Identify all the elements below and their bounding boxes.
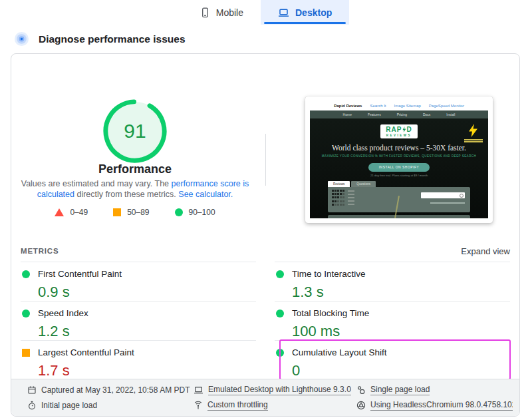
captured-at-label: Captured at May 31, 2022, 10:58 AM PDT <box>41 385 190 395</box>
see-calculator-link[interactable]: See calculator. <box>178 190 233 199</box>
site-logo: RAP D REVIEWS <box>380 124 417 138</box>
page-screenshot-thumbnail: Rapid Reviews Search It Image Sitemap Pa… <box>305 97 493 223</box>
chromium-version: Using HeadlessChromium 98.0.4758.102 wit… <box>356 400 513 411</box>
performance-score-gauge[interactable]: 91 <box>102 99 168 164</box>
good-circle-icon <box>22 310 30 317</box>
metrics-header: METRICS Expand view <box>11 244 519 258</box>
site-trial-text: 21 day free trial. Plans starting at $9 … <box>310 174 488 177</box>
legend-good-label: 90–100 <box>189 208 215 217</box>
review-widget-tabs: Reviews Questions <box>328 181 488 187</box>
metric-name: Time to Interactive <box>292 269 366 279</box>
metric-cumulative-layout-shift: Cumulative Layout Shift 0 <box>275 340 510 383</box>
site-brand: Rapid Reviews <box>334 104 362 108</box>
performance-label: Performance <box>11 162 259 176</box>
site-toplink-1: Search It <box>370 104 386 108</box>
metric-value: 100 ms <box>292 323 510 340</box>
custom-throttling: Custom throttling <box>194 400 356 411</box>
tab-desktop-label: Desktop <box>295 7 332 18</box>
questions-tab: Questions <box>351 181 376 187</box>
average-square-icon <box>22 349 30 357</box>
site-cta-button: INSTALL ON SHOPIFY <box>368 163 430 172</box>
lightning-bolt-icon <box>469 124 477 137</box>
site-toplink-2: Image Sitemap <box>394 104 420 108</box>
legend-good: 90–100 <box>175 208 215 217</box>
metric-name: Cumulative Layout Shift <box>292 347 387 357</box>
score-description: Values are estimated and may vary. The p… <box>19 178 251 200</box>
metric-value: 1.7 s <box>38 362 256 379</box>
emulated-device-label[interactable]: Emulated Desktop with Lighthouse 9.3.0 <box>208 385 351 395</box>
good-circle-icon <box>276 349 284 357</box>
chromium-version-label[interactable]: Using HeadlessChromium 98.0.4758.102 wit… <box>370 400 513 411</box>
metric-name: Total Blocking Time <box>292 308 369 318</box>
good-circle-icon <box>276 270 284 278</box>
metric-name: Largest Contentful Paint <box>38 347 134 357</box>
metric-first-contentful-paint: First Contentful Paint 0.9 s <box>21 262 256 301</box>
rating-bar-row <box>332 204 466 206</box>
screenshot-site: Rapid Reviews Search It Image Sitemap Pa… <box>310 101 488 218</box>
site-nav-features: Features <box>368 112 381 116</box>
good-circle-icon <box>276 310 284 317</box>
logo-text-b: D <box>406 126 412 133</box>
site-nav-pricing: Pricing <box>397 112 407 116</box>
metric-value: 0 <box>292 362 510 379</box>
tab-desktop[interactable]: Desktop <box>261 0 349 25</box>
desc-text-1: Values are estimated and may vary. The <box>21 179 172 188</box>
site-headline: World class product reviews – 5-30X fast… <box>310 144 488 152</box>
captured-at: Captured at May 31, 2022, 10:58 AM PDT <box>27 385 194 395</box>
tab-mobile-label: Mobile <box>216 7 243 18</box>
single-page-load-label[interactable]: Single page load <box>370 385 430 395</box>
metrics-grid: First Contentful Paint 0.9 s Time to Int… <box>11 262 519 383</box>
expand-view-link[interactable]: Expand view <box>461 246 510 256</box>
legend-average-label: 50–89 <box>127 208 149 217</box>
metric-speed-index: Speed Index 1.2 s <box>21 301 256 340</box>
performance-report-card: 91 Performance Values are estimated and … <box>11 53 520 417</box>
review-links <box>430 202 465 204</box>
metric-time-to-interactive: Time to Interactive 1.3 s <box>275 262 510 301</box>
legend-fail: 0–49 <box>55 208 88 217</box>
site-hero: RAP D REVIEWS World class product review… <box>310 118 488 218</box>
bolt-note <box>464 139 483 143</box>
device-tabs: Mobile Desktop <box>0 0 532 25</box>
metrics-section-label: METRICS <box>21 247 59 255</box>
score-divider <box>265 134 266 186</box>
tab-mobile[interactable]: Mobile <box>183 0 261 25</box>
site-nav-home: Home <box>343 112 352 116</box>
throttling-antenna-icon <box>194 401 203 410</box>
site-nav-install: Install <box>446 112 455 116</box>
metric-value: 1.3 s <box>292 284 510 301</box>
site-nav-docs: Docs <box>423 112 430 116</box>
metric-value: 1.2 s <box>38 323 256 340</box>
fail-triangle-icon <box>55 208 64 216</box>
logo-text-a: RAP <box>386 126 402 133</box>
performance-gauge-icon <box>14 31 29 47</box>
metric-total-blocking-time: Total Blocking Time 100 ms <box>275 301 510 340</box>
diagnose-header: Diagnose performance issues <box>0 25 532 53</box>
good-circle-icon <box>22 270 30 278</box>
legend-average: 50–89 <box>113 208 149 217</box>
chromium-icon <box>356 401 366 410</box>
page-title: Diagnose performance issues <box>39 33 186 45</box>
emulated-device: Emulated Desktop with Lighthouse 9.3.0 <box>194 385 356 395</box>
custom-throttling-label[interactable]: Custom throttling <box>207 400 268 411</box>
site-topbar: Rapid Reviews Search It Image Sitemap Pa… <box>310 101 488 110</box>
metric-largest-contentful-paint: Largest Contentful Paint 1.7 s <box>21 340 256 383</box>
review-widget-panel <box>328 187 470 212</box>
logo-bolt-icon <box>402 126 406 132</box>
report-footer: Captured at May 31, 2022, 10:58 AM PDT E… <box>11 379 519 416</box>
laptop-icon <box>194 385 203 395</box>
initial-page-load: Initial page load <box>27 401 194 410</box>
score-column: 91 Performance Values are estimated and … <box>11 54 259 244</box>
stopwatch-icon <box>27 401 37 410</box>
reviews-tab: Reviews <box>328 181 350 187</box>
metric-name: Speed Index <box>38 308 88 318</box>
score-legend: 0–49 50–89 90–100 <box>11 208 259 217</box>
site-subline: MAXIMIZE YOUR CONVERSION % WITH FASTER R… <box>310 154 488 158</box>
score-section: 91 Performance Values are estimated and … <box>11 54 519 244</box>
review-search-box <box>421 192 465 198</box>
good-circle-icon <box>175 208 183 216</box>
single-page-load: Single page load <box>356 385 513 395</box>
site-toplink-3: PageSpeed Monitor <box>429 104 464 108</box>
page-load-icon <box>356 385 366 395</box>
rating-bar-row <box>332 190 466 192</box>
metric-value: 0.9 s <box>38 284 256 301</box>
